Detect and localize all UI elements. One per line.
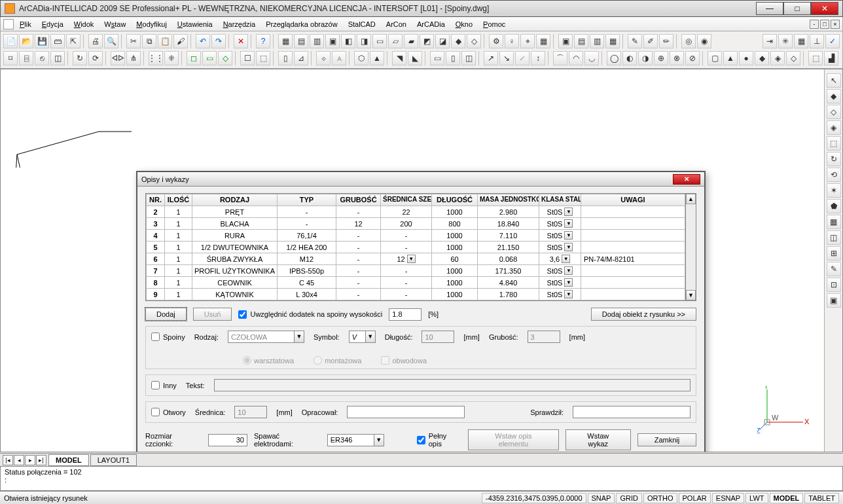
rotate-icon[interactable]: ↻	[73, 51, 87, 65]
tool-icon[interactable]: ⇥	[762, 34, 777, 48]
tool-icon[interactable]: ▥	[310, 34, 324, 48]
tool-icon[interactable]: ↗	[484, 51, 498, 65]
print-icon[interactable]: 🖨	[88, 34, 103, 48]
dlugosc-input[interactable]	[422, 331, 454, 343]
tab-last-button[interactable]: ▸|	[36, 455, 46, 465]
tool-icon[interactable]: ⊥	[810, 34, 824, 48]
tool-icon[interactable]: ⋔	[126, 51, 141, 65]
tool-icon[interactable]: ▦	[278, 34, 293, 48]
tool-icon[interactable]: ▤	[294, 34, 308, 48]
mdi-minimize-button[interactable]: -	[810, 20, 819, 29]
tool-icon[interactable]: ⬚	[808, 51, 823, 65]
menu-narzedzia[interactable]: Narzędzia	[219, 18, 260, 30]
tool-icon[interactable]: ▣	[558, 34, 573, 48]
tool-icon[interactable]: ✐	[643, 34, 658, 48]
dodatek-input[interactable]	[389, 308, 422, 321]
uwzglednic-checkbox[interactable]	[238, 310, 247, 319]
grid-icon[interactable]: ⋮⋮	[149, 51, 163, 65]
dialog-titlebar[interactable]: Opisy i wykazy ✕	[137, 172, 704, 187]
table-row[interactable]: 21PRĘT--2210002.980St0S▼	[147, 206, 685, 218]
table-scrollbar[interactable]: ▲ ▼	[686, 193, 696, 301]
tool-icon[interactable]: ◠	[569, 51, 583, 65]
tab-model[interactable]: MODEL	[48, 454, 89, 466]
tool-icon[interactable]: ✎	[827, 262, 841, 276]
dodaj-obiekt-button[interactable]: Dodaj obiekt z rysunku >>	[591, 308, 696, 321]
col-rodzaj[interactable]: RODZAJ	[192, 194, 278, 206]
tool-icon[interactable]: ◇	[218, 51, 232, 65]
menu-arcon[interactable]: ArCon	[382, 18, 411, 30]
tool-icon[interactable]: ⊞	[827, 246, 841, 261]
window-close-button[interactable]: ✕	[811, 2, 838, 15]
tool-icon[interactable]: ↖	[827, 73, 841, 88]
tool-icon[interactable]: ◪	[435, 34, 450, 48]
col-klasa[interactable]: KLASA STALI	[539, 194, 581, 206]
col-typ[interactable]: TYP	[278, 194, 336, 206]
tool-icon[interactable]: ◇	[786, 51, 800, 65]
tool-icon[interactable]: ◫	[827, 230, 841, 245]
tool-icon[interactable]: ▯	[446, 51, 460, 65]
status-toggle-grid[interactable]: GRID	[616, 493, 642, 503]
tool-icon[interactable]: ⌖	[520, 34, 535, 48]
tab-first-button[interactable]: |◂	[3, 455, 13, 465]
menu-plik[interactable]: Plik	[15, 18, 36, 30]
tab-layout1[interactable]: LAYOUT1	[90, 454, 137, 466]
tool-icon[interactable]: ▦	[794, 34, 808, 48]
tool-icon[interactable]: ↻	[827, 152, 841, 166]
save-icon[interactable]: 💾	[35, 34, 49, 48]
mirror-icon[interactable]: ᐊᐅ	[111, 51, 125, 65]
window-maximize-button[interactable]: □	[783, 2, 811, 15]
col-masa[interactable]: MASA JEDNOSTKOWA	[478, 194, 539, 206]
array-icon[interactable]: ⁜	[164, 51, 179, 65]
tekst-input[interactable]	[214, 379, 691, 391]
tool-icon[interactable]: ⊕	[654, 51, 668, 65]
new-icon[interactable]: 📄	[3, 34, 18, 48]
tool-icon[interactable]: ◯	[607, 51, 621, 65]
tool-icon[interactable]: ▟	[824, 51, 838, 65]
tool-icon[interactable]: ◥	[392, 51, 406, 65]
tool-icon[interactable]: ▥	[590, 34, 604, 48]
table-row[interactable]: 61ŚRUBA ZWYKŁAM12-12▼600.0683,6▼PN-74/M-…	[147, 253, 685, 265]
tool-icon[interactable]: ◑	[638, 51, 653, 65]
menu-wstaw[interactable]: Wstaw	[99, 18, 130, 30]
export-icon[interactable]: ⇱	[66, 34, 81, 48]
rozmiar-input[interactable]	[208, 434, 247, 446]
table-row[interactable]: 31BLACHA-1220080018.840St0S▼	[147, 218, 685, 230]
menu-okno[interactable]: Okno	[451, 18, 477, 30]
tool-icon[interactable]: ◡	[584, 51, 599, 65]
table-row[interactable]: 41RURA76,1/4--10007.110St0S▼	[147, 230, 685, 242]
inny-checkbox[interactable]	[151, 381, 160, 389]
tool-icon[interactable]: ↕	[531, 51, 545, 65]
spoiny-checkbox[interactable]	[151, 333, 160, 341]
tool-icon[interactable]: ▭	[202, 51, 217, 65]
saveall-icon[interactable]: 🗃	[50, 34, 65, 48]
rodzaj-select[interactable]: CZOŁOWA▼	[228, 331, 304, 343]
tool-icon[interactable]: ◆	[755, 51, 769, 65]
tool-icon[interactable]: ▦	[605, 34, 620, 48]
tool-icon[interactable]: ☐	[240, 51, 255, 65]
match-icon[interactable]: 🖌	[173, 34, 188, 48]
menu-ustawienia[interactable]: Ustawienia	[173, 18, 217, 30]
tool-icon[interactable]: ◇	[827, 105, 841, 119]
tool-icon[interactable]: ▭	[430, 51, 444, 65]
scroll-down-button[interactable]: ▼	[686, 290, 696, 300]
menu-pomoc[interactable]: Pomoc	[478, 18, 510, 30]
tool-icon[interactable]: ◈	[827, 120, 841, 135]
tool-icon[interactable]: ◫	[461, 51, 476, 65]
col-ilosc[interactable]: ILOŚĆ	[165, 194, 192, 206]
cut-icon[interactable]: ✂	[126, 34, 141, 48]
tool-icon[interactable]: ♀	[505, 34, 519, 48]
tool-icon[interactable]: ✳	[778, 34, 793, 48]
tool-icon[interactable]: ◉	[697, 34, 711, 48]
srednica-input[interactable]	[234, 406, 267, 418]
menu-stalcad[interactable]: StalCAD	[344, 18, 380, 30]
tool-icon[interactable]: ⟲	[827, 168, 841, 182]
table-row[interactable]: 71PROFIL UŻYTKOWNIKAIPBS-550p--1000171.3…	[147, 265, 685, 277]
col-srednica[interactable]: ŚREDNICA SZEROKOŚĆ	[381, 194, 432, 206]
opracowal-input[interactable]	[347, 406, 465, 418]
tool-icon[interactable]: ▱	[388, 34, 403, 48]
menu-modyfikuj[interactable]: Modyfikuj	[132, 18, 171, 30]
tool-icon[interactable]: ▢	[708, 51, 722, 65]
mdi-close-button[interactable]: ×	[831, 20, 840, 29]
command-window[interactable]: Status połączenia = 102 :	[0, 466, 843, 491]
tool-icon[interactable]: ⬚	[827, 136, 841, 151]
